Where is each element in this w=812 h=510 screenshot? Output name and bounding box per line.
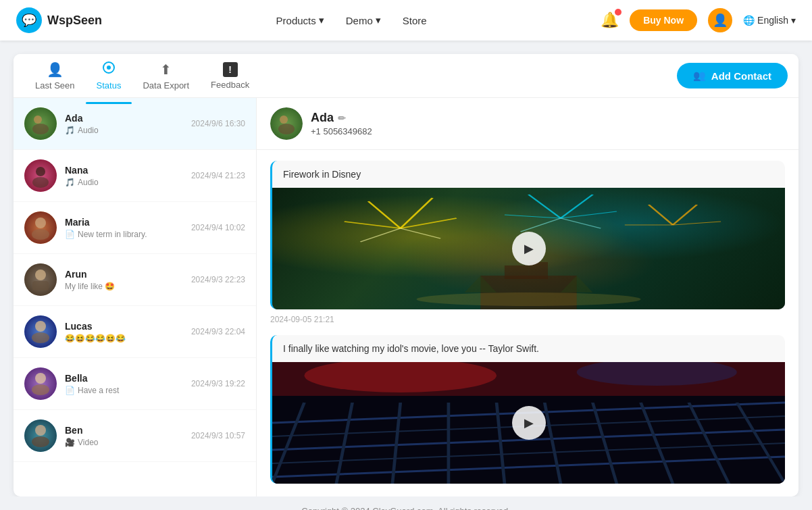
status-text: Firework in Disney [272,161,785,188]
tab-status-label: Status [97,80,122,91]
nav-products[interactable]: Products ▾ [276,14,324,26]
app-name: WspSeen [47,14,102,28]
tab-last-seen-label: Last Seen [35,80,75,91]
svg-line-41 [673,222,721,225]
audio-icon: 🎵 [65,126,75,135]
svg-rect-13 [32,281,49,290]
avatar [24,367,57,400]
tab-feedback-label: Feedback [211,80,249,90]
play-button[interactable]: ▶ [512,406,546,440]
svg-point-7 [32,177,49,188]
tab-data-export[interactable]: ⬆ Data Export [132,56,200,96]
contact-info: Arun My life like 🤩 [65,269,183,291]
last-seen-icon: 👤 [47,61,64,78]
svg-point-25 [278,124,295,134]
tab-last-seen[interactable]: 👤 Last Seen [24,56,86,96]
audio-icon: 🎵 [65,178,75,187]
detail-header: Ada ✏ +1 5056349682 [257,98,798,150]
svg-line-38 [649,205,673,225]
svg-point-9 [35,218,46,228]
avatar [24,419,57,452]
svg-line-28 [345,222,401,228]
svg-line-26 [368,201,400,228]
detail-name-text: Ada [311,111,334,125]
avatar [24,107,57,140]
doc-icon: 📄 [65,386,75,395]
video-icon: 🎥 [65,438,75,447]
footer-text: Copyright © 2024 ClevGuard.com. All righ… [301,506,510,510]
detail-avatar [270,107,303,140]
globe-icon: 🌐 [743,15,755,26]
app-logo[interactable]: 💬 WspSeen [16,7,102,33]
status-card: Firework in Disney [270,161,785,309]
add-contact-icon: 👥 [693,70,706,82]
edit-icon[interactable]: ✏ [338,113,346,124]
svg-point-19 [32,384,49,395]
doc-icon: 📄 [65,230,75,239]
notification-badge [615,9,621,16]
status-timestamp: 2024-09-05 21:21 [270,315,785,324]
svg-point-3 [34,116,42,124]
svg-line-31 [401,228,440,238]
avatar [24,159,57,192]
list-item[interactable]: Maria 📄 New term in library. 2024/9/4 10… [14,202,256,254]
svg-line-34 [505,215,561,218]
svg-point-16 [32,332,49,343]
svg-rect-43 [505,265,529,279]
contact-info: Lucas 😂😆😂😂😆😂 [65,321,183,343]
svg-line-30 [360,228,400,242]
list-item[interactable]: Arun My life like 🤩 2024/9/3 22:23 [14,254,256,306]
detail-phone: +1 5056349682 [311,126,372,136]
nav-center: Products ▾ Demo ▾ Store [276,14,427,26]
footer: Copyright © 2024 ClevGuard.com. All righ… [0,496,812,510]
contact-info: Ben 🎥 Video [65,425,183,447]
list-item[interactable]: Nana 🎵 Audio 2024/9/4 21:23 [14,150,256,202]
svg-point-47 [416,292,640,306]
svg-point-24 [280,116,288,124]
status-icon [102,61,116,78]
svg-point-21 [35,425,46,436]
list-item[interactable]: Ada 🎵 Audio 2024/9/6 16:30 [14,98,256,150]
logo-icon: 💬 [16,7,42,33]
avatar [24,211,57,244]
feedback-icon: ! [223,62,238,77]
navbar-right: 🔔 Buy Now 👤 🌐 English ▾ [601,8,796,32]
app-card: 👤 Last Seen Status ⬆ Data Export ! Feedb… [14,54,798,496]
add-contact-button[interactable]: 👥 Add Contact [677,63,788,88]
nav-demo[interactable]: Demo ▾ [346,14,381,26]
contact-info: Maria 📄 New term in library. [65,217,183,239]
buy-now-button[interactable]: Buy Now [630,9,697,31]
list-item[interactable]: Bella 📄 Have a rest 2024/9/3 19:22 [14,358,256,410]
tab-status[interactable]: Status [86,55,132,96]
list-item[interactable]: Lucas 😂😆😂😂😆😂 2024/9/3 22:04 [14,306,256,358]
contact-info: Ada 🎵 Audio [65,113,183,135]
svg-line-36 [521,218,561,232]
content-area: Ada 🎵 Audio 2024/9/6 16:30 [14,98,798,496]
notification-bell[interactable]: 🔔 [601,11,619,29]
tab-bar: 👤 Last Seen Status ⬆ Data Export ! Feedb… [14,54,798,98]
svg-point-1 [107,66,111,70]
tab-data-export-label: Data Export [143,80,189,91]
contact-info: Bella 📄 Have a rest [65,373,183,395]
nav-store[interactable]: Store [403,15,427,26]
svg-point-22 [32,436,49,447]
status-text: I finally like watching my idol's movie,… [272,335,785,362]
status-card: I finally like watching my idol's movie,… [270,335,785,484]
language-selector[interactable]: 🌐 English ▾ [743,15,796,26]
contact-list: Ada 🎵 Audio 2024/9/6 16:30 [14,98,257,496]
detail-content[interactable]: Firework in Disney [257,150,798,496]
status-video: ▶ [272,188,785,309]
tab-feedback[interactable]: ! Feedback [200,57,260,95]
svg-point-10 [32,229,49,240]
avatar [24,263,57,296]
svg-line-39 [673,205,697,225]
svg-point-4 [32,124,49,134]
svg-point-12 [35,270,46,280]
detail-contact-info: Ada ✏ +1 5056349682 [311,111,372,136]
list-item[interactable]: Ben 🎥 Video 2024/9/3 10:57 [14,410,256,462]
svg-point-18 [35,373,46,384]
user-avatar[interactable]: 👤 [708,8,732,32]
status-video: ▶ [272,362,785,484]
avatar [24,315,57,348]
play-button[interactable]: ▶ [512,232,546,265]
